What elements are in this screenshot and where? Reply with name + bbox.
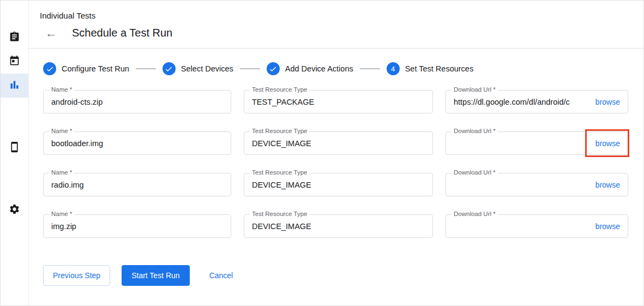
test-resource-type-field[interactable]: Test Resource Type [244,90,433,113]
test-resource-type-field[interactable]: Test Resource Type [244,131,433,155]
name-field-label: Name * [49,128,74,134]
name-input[interactable] [44,215,231,237]
back-arrow-icon[interactable]: ← [45,27,59,39]
url-field-label: Download Url * [452,128,498,134]
sidebar-item-tests[interactable] [1,26,28,50]
download-url-input[interactable] [446,173,595,196]
download-url-input[interactable] [446,215,595,237]
download-url-field[interactable]: Download Url * browse [446,173,628,196]
step-label: Add Device Actions [285,64,353,73]
step-set-test-resources[interactable]: 4 Set Test Resources [387,62,473,75]
step-complete-check-icon [162,62,176,75]
previous-step-button[interactable]: Previous Step [43,265,110,286]
sidebar-item-results[interactable] [1,74,28,98]
step-connector [360,68,380,69]
browse-link[interactable]: browse [595,98,628,106]
download-url-field[interactable]: Download Url * browse [446,214,628,238]
bar-chart-icon [9,79,20,93]
sidebar-item-plans[interactable] [1,50,28,74]
test-resources-form: Name * Test Resource Type Download Url *… [29,75,643,238]
step-label: Configure Test Run [62,64,129,73]
type-field-label: Test Resource Type [250,128,309,134]
type-field-label: Test Resource Type [250,211,309,217]
test-resource-type-field[interactable]: Test Resource Type [244,173,433,196]
browse-link[interactable]: browse [595,139,628,148]
test-resource-type-input[interactable] [244,215,432,237]
name-field[interactable]: Name * [43,214,231,238]
name-field[interactable]: Name * [43,131,231,155]
start-test-run-button[interactable]: Start Test Run [122,265,189,286]
title-row: ← Schedule a Test Run [29,20,643,48]
calendar-icon [9,55,20,69]
download-url-input[interactable] [446,91,595,113]
sidebar-item-settings[interactable] [1,198,28,222]
step-add-device-actions[interactable]: Add Device Actions [267,62,353,75]
name-field[interactable]: Name * [43,173,231,196]
smartphone-icon [9,141,20,155]
test-resource-type-input[interactable] [244,132,432,154]
name-field-label: Name * [49,211,74,217]
url-field-label: Download Url * [452,86,498,93]
type-field-label: Test Resource Type [250,86,309,93]
step-label: Set Test Resources [405,64,473,73]
step-label: Select Devices [181,64,233,73]
name-field-label: Name * [49,169,74,176]
sidebar-item-devices[interactable] [1,136,28,160]
step-complete-check-icon [267,62,280,75]
download-url-field[interactable]: Download Url * browse [446,90,628,113]
main-content: Individual Tests ← Schedule a Test Run C… [29,1,643,305]
download-url-field[interactable]: Download Url * browse [446,131,628,155]
step-connector [136,68,156,69]
test-resource-type-input[interactable] [244,91,432,113]
step-configure-test-run[interactable]: Configure Test Run [43,62,129,75]
page-title: Schedule a Test Run [72,27,172,39]
test-resource-type-input[interactable] [244,173,432,196]
breadcrumb: Individual Tests [29,1,643,20]
sidebar [1,1,29,305]
name-input[interactable] [44,173,231,196]
name-field[interactable]: Name * [43,90,231,113]
browse-link[interactable]: browse [595,222,628,231]
form-actions: Previous Step Start Test Run Cancel [29,238,643,286]
download-url-input[interactable] [446,132,595,154]
step-number-badge: 4 [387,62,400,75]
type-field-label: Test Resource Type [250,169,309,176]
stepper: Configure Test Run Select Devices Add De… [29,49,643,75]
name-input[interactable] [44,91,231,113]
name-field-label: Name * [49,86,74,93]
step-complete-check-icon [43,62,56,75]
name-input[interactable] [44,132,231,154]
settings-gear-icon [9,203,20,217]
step-select-devices[interactable]: Select Devices [162,62,233,75]
browse-link[interactable]: browse [595,181,628,189]
url-field-label: Download Url * [452,169,498,176]
step-connector [240,68,260,69]
assignment-icon [9,31,20,45]
url-field-label: Download Url * [452,211,498,217]
cancel-button[interactable]: Cancel [209,266,233,285]
test-resource-type-field[interactable]: Test Resource Type [244,214,433,238]
